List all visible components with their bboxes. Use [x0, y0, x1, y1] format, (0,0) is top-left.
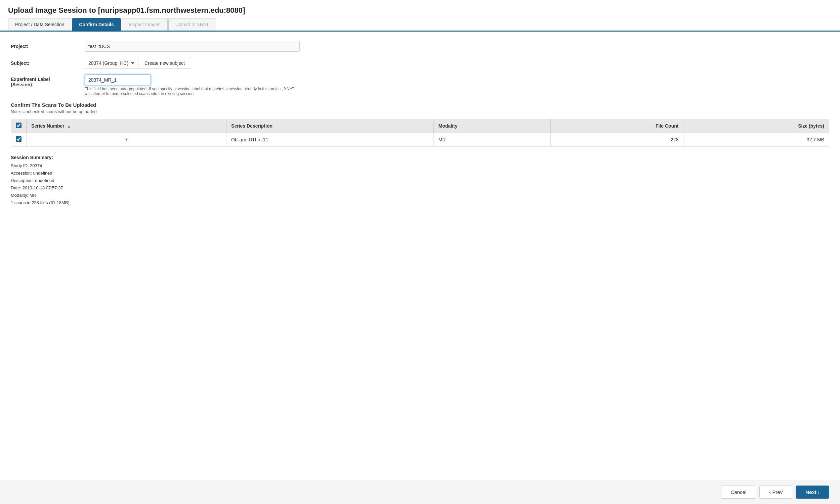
summary-line-0: Study ID: 20374 [11, 162, 829, 169]
next-button[interactable]: Next › [795, 486, 829, 499]
row-series-description: Oblique DTI n=11 [226, 133, 434, 147]
project-row: Project: [11, 41, 829, 52]
th-series-description: Series Description [226, 119, 434, 133]
scans-section-subtitle: Note: Unchecked scans will not be upload… [11, 109, 829, 114]
subject-row: Subject: 20374 (Group: HC) Create new su… [11, 58, 829, 69]
tab-bar: Project / Data Selection Confirm Details… [0, 18, 840, 32]
footer-bar: Cancel ‹ Prev Next › [0, 480, 840, 504]
summary-line-3: Date: 2010-10-18 07:57:37 [11, 184, 829, 192]
session-summary: Session Summary: Study ID: 20374 Accessi… [11, 155, 829, 207]
row-checkbox[interactable] [16, 136, 21, 142]
summary-line-5: 1 scans in 228 files (31.18MB) [11, 199, 829, 206]
tab-inspect-images: Inspect Images [122, 18, 168, 31]
th-series-number: Series Number ▲ [27, 119, 226, 133]
project-input[interactable] [85, 41, 300, 52]
subject-select[interactable]: 20374 (Group: HC) [85, 58, 138, 69]
sort-arrow-icon: ▲ [67, 124, 71, 128]
cancel-button[interactable]: Cancel [721, 486, 756, 499]
subject-controls: 20374 (Group: HC) Create new subject [85, 58, 191, 69]
row-series-number: 7 [27, 133, 226, 147]
subject-label: Subject: [11, 60, 85, 66]
table-row: 7 Oblique DTI n=11 MR 228 32.7 MB [11, 133, 829, 147]
row-file-count: 228 [550, 133, 683, 147]
experiment-hint: This field has been auto-populated. If y… [85, 87, 300, 96]
row-modality: MR [434, 133, 550, 147]
tab-confirm-details[interactable]: Confirm Details [72, 18, 121, 31]
summary-line-1: Accession: undefined [11, 169, 829, 177]
page-title: Upload Image Session to [nuripsapp01.fsm… [8, 6, 245, 15]
experiment-row: Experiment Label (Session): This field h… [11, 74, 829, 96]
row-size-bytes: 32.7 MB [683, 133, 829, 147]
experiment-input[interactable] [85, 74, 151, 85]
scans-table: Series Number ▲ Series Description Modal… [11, 119, 829, 147]
th-size-bytes: Size (bytes) [683, 119, 829, 133]
tab-upload-to-xnat: Upload to XNAT [168, 18, 216, 31]
create-subject-button[interactable]: Create new subject [138, 58, 191, 69]
th-checkbox [11, 119, 27, 133]
prev-button[interactable]: ‹ Prev [759, 486, 792, 499]
project-label: Project: [11, 44, 85, 49]
scans-section-title: Confirm The Scans To Be Uploaded [11, 102, 829, 108]
experiment-label: Experiment Label (Session): [11, 74, 85, 87]
content-area: Project: Subject: 20374 (Group: HC) Crea… [0, 32, 840, 480]
session-summary-title: Session Summary: [11, 155, 829, 160]
summary-line-4: Modality: MR [11, 192, 829, 199]
th-file-count: File Count [550, 119, 683, 133]
summary-line-2: Description: undefined [11, 177, 829, 184]
row-checkbox-cell [11, 133, 27, 147]
th-modality: Modality [434, 119, 550, 133]
select-all-checkbox[interactable] [16, 123, 21, 128]
tab-project-data-selection[interactable]: Project / Data Selection [8, 18, 71, 31]
